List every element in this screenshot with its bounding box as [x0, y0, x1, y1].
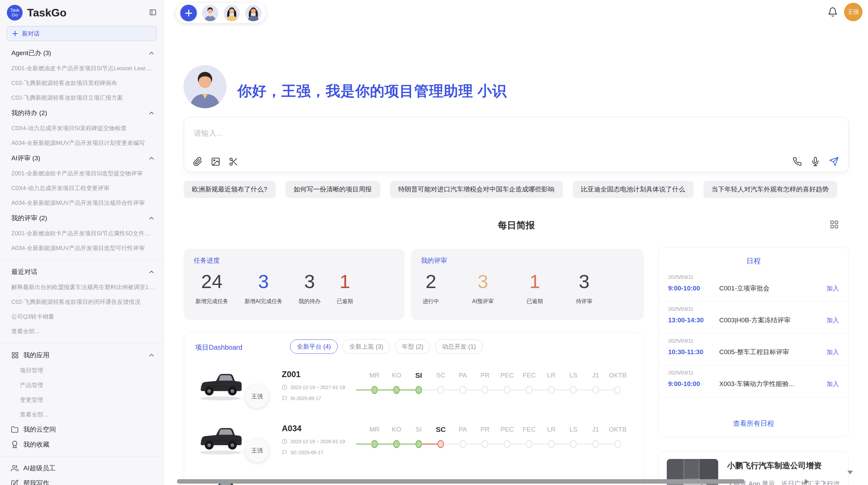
paperclip-icon[interactable]	[193, 157, 203, 166]
bell-icon[interactable]	[828, 7, 838, 17]
sidebar-item[interactable]: A034-全新新能源MUV产品开发项目法规符合性评审	[0, 196, 164, 210]
horizontal-scrollbar[interactable]	[177, 479, 745, 484]
participant-avatar[interactable]	[224, 5, 240, 21]
sidebar-item[interactable]: C0X4-动力总成开发项目工程变更评审	[0, 181, 164, 196]
stat-value: 3	[478, 270, 488, 293]
add-participant-button[interactable]	[180, 5, 197, 21]
sidebar-item-recent-chat[interactable]: 解释最新出台的欧盟报废车法规再生塑料比例被调至15%...	[0, 280, 164, 295]
stats-row: 24新增完成任务3新增AI完成任务3我的待办1已逾期	[195, 270, 353, 305]
join-meeting-link[interactable]: 加入	[827, 284, 839, 293]
greeting-text: 你好，王强，我是你的项目管理助理 小识	[237, 82, 507, 101]
participants-toolbar	[176, 3, 266, 23]
sidebar-section-header-my-apps[interactable]: 我的应用	[0, 347, 164, 363]
milestone-label: FEC	[523, 371, 536, 380]
project-flag-milestone: SC-2025-05-17	[290, 450, 323, 455]
join-meeting-link[interactable]: 加入	[827, 348, 839, 356]
join-meeting-link[interactable]: 加入	[827, 316, 839, 324]
suggestion-chip[interactable]: 比亚迪全固态电池计划具体说了什么	[573, 181, 694, 198]
sidebar-item[interactable]: Z001-全新燃油皮卡产品开发项目SI节点Lesson Learn报告	[0, 61, 164, 76]
milestone-label: PEC	[501, 371, 514, 380]
sidebar-section-header-tasks-3[interactable]: 我的评审 (2)	[0, 210, 164, 226]
sidebar-item-favorites[interactable]: 我的收藏	[0, 437, 164, 452]
chat-input[interactable]	[194, 125, 605, 141]
schedule-item: 2025/03/1110:30-11:30C005-整车工程目标评审加入	[659, 334, 848, 365]
sidebar-tool-item[interactable]: 帮我写作	[0, 476, 164, 485]
dashboard-tab[interactable]: 动总开发 (1)	[435, 339, 483, 354]
milestone: PR	[474, 425, 496, 448]
milestone: FEC	[518, 425, 541, 448]
project-date-range: 2023-12-19 ~ 2026-01-19	[290, 439, 345, 444]
suggestion-chip[interactable]: 欧洲新规最近颁布了什么?	[184, 181, 276, 198]
suggestion-chip[interactable]: 当下年轻人对汽车外观有怎样的喜好趋势	[703, 181, 837, 198]
mic-icon[interactable]	[811, 157, 820, 166]
dashboard-tab[interactable]: 全新上装 (3)	[342, 339, 390, 354]
milestone-label: PR	[481, 425, 490, 434]
schedule-list: 2025/03/119:00-10:00C001-立项审批会加入2025/03/…	[659, 270, 848, 397]
sidebar-tool-item[interactable]: AI超级员工	[0, 461, 164, 476]
dashboard-tabs: 全新平台 (4)全新上装 (3)年型 (2)动总开发 (1)	[290, 339, 483, 354]
project-row: 王强Z0012023-12-19 ~ 2027-01-19SI-2025-05-…	[184, 368, 643, 422]
my-reviews-card: 我的评审 2进行中3AI预评审1已逾期3待评审	[411, 249, 644, 320]
suggestion-chip[interactable]: 如何写一份清晰的项目周报	[286, 181, 380, 198]
sidebar-item[interactable]: C0X4-动力总成开发项目SI里程碑提交物检查	[0, 121, 164, 136]
scroll-right-arrow-icon[interactable]	[805, 479, 809, 484]
flag-icon	[282, 450, 287, 455]
milestone-dot	[415, 386, 422, 394]
new-chat-button[interactable]: 新对话	[7, 26, 157, 41]
image-icon[interactable]	[211, 157, 220, 166]
milestone-connector	[378, 444, 394, 445]
user-avatar[interactable]: 王强	[844, 3, 863, 21]
sidebar-section-header-tasks-0[interactable]: Agent已办 (3)	[0, 45, 164, 61]
chevron-up-icon	[148, 351, 155, 359]
sidebar-item-recent-chat[interactable]: 公司Q3轻卡销量	[0, 309, 164, 324]
sidebar-item-cloud-space[interactable]: 我的云空间	[0, 422, 164, 437]
sidebar-item[interactable]: Z001-全新燃油轻卡产品开发项目SI节点属性5D文件评审	[0, 226, 164, 241]
milestone: SI	[408, 425, 430, 448]
chevron-up-icon	[148, 49, 155, 57]
sidebar-view-all-apps[interactable]: 查看全部...	[0, 407, 164, 422]
schedule-item: 2025/03/1113:00-14:30C003|H0B-方案冻结评审加入	[659, 302, 848, 334]
milestone-connector	[555, 444, 570, 445]
sidebar-item-app[interactable]: 项目管理	[0, 363, 164, 378]
sidebar-section-header-tasks-1[interactable]: 我的待办 (2)	[0, 105, 164, 121]
dashboard-tab[interactable]: 全新平台 (4)	[290, 339, 338, 354]
suggestion-chips: 欧洲新规最近颁布了什么?如何写一份清晰的项目周报特朗普可能对进口汽车增税会对中国…	[184, 181, 849, 198]
project-row: 王强A0342023-12-19 ~ 2026-01-19SC-2025-05-…	[184, 422, 643, 476]
sidebar-item[interactable]: C02-飞腾新能源轻客改款项目立项汇报方案	[0, 90, 164, 105]
milestone-dot	[393, 386, 400, 394]
stat-column: 3待评审	[576, 270, 592, 305]
sidebar-item-recent-chat[interactable]: C02-飞腾新能源轻客改款项目的闭环通告反馈情况	[0, 295, 164, 309]
sidebar-item-app[interactable]: 变更管理	[0, 393, 164, 407]
sidebar-item[interactable]: Z001-全新燃油轻卡产品开发项目SI造型提交物评审	[0, 166, 164, 181]
participant-avatar[interactable]	[245, 5, 262, 21]
participant-avatar[interactable]	[202, 5, 218, 21]
send-icon[interactable]	[829, 157, 839, 166]
dashboard-grid-icon[interactable]	[830, 220, 839, 229]
new-chat-label: 新对话	[22, 30, 39, 38]
chevron-up-icon	[148, 109, 155, 117]
schedule-time: 9:00-10:00	[668, 380, 719, 388]
scissors-icon[interactable]	[229, 157, 238, 166]
stat-value: 3	[579, 270, 589, 293]
sidebar-item[interactable]: C02-飞腾新能源轻客改款项目里程碑画布	[0, 76, 164, 90]
phone-icon[interactable]	[793, 157, 802, 166]
dashboard-tab[interactable]: 年型 (2)	[395, 339, 430, 354]
panel-collapse-icon[interactable]	[149, 9, 157, 16]
sidebar-section-header-recent[interactable]: 最近对话	[0, 264, 164, 280]
sidebar-item-app[interactable]: 产品管理	[0, 378, 164, 393]
sidebar-view-all-recent[interactable]: 查看全部...	[0, 324, 164, 339]
scroll-down-arrow-icon[interactable]	[847, 471, 853, 474]
suggestion-chip[interactable]: 特朗普可能对进口汽车增税会对中国车企造成哪些影响	[390, 181, 563, 198]
milestone-connector	[378, 389, 394, 390]
milestone-connector	[422, 389, 438, 390]
sidebar-item[interactable]: A034-全新新能源MUV产品开发项目造型可行性评审	[0, 241, 164, 256]
sidebar-section-header-tasks-2[interactable]: AI评审 (3)	[0, 150, 164, 166]
project-code: A034	[282, 424, 345, 433]
join-meeting-link[interactable]: 加入	[827, 380, 839, 388]
card-title: 任务进度	[194, 256, 220, 265]
schedule-item-title: C005-整车工程目标评审	[719, 348, 827, 357]
sidebar-item[interactable]: A034-全新新能源MUV产品开发项目计划变更表编写	[0, 136, 164, 150]
milestone-connector	[510, 389, 526, 390]
assistant-avatar	[183, 65, 227, 108]
view-all-schedule-link[interactable]: 查看所有日程	[659, 419, 848, 428]
